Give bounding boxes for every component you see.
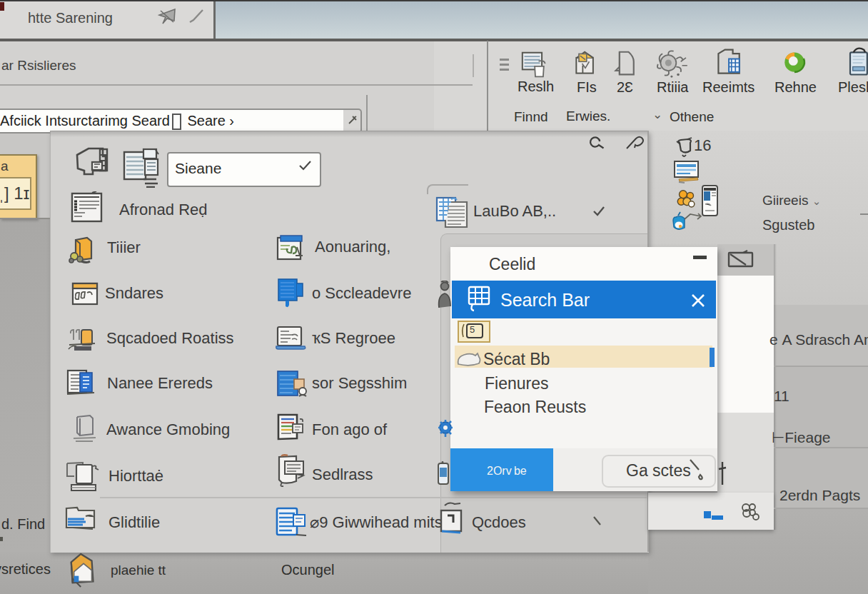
svg-text:16: 16 (694, 137, 711, 154)
